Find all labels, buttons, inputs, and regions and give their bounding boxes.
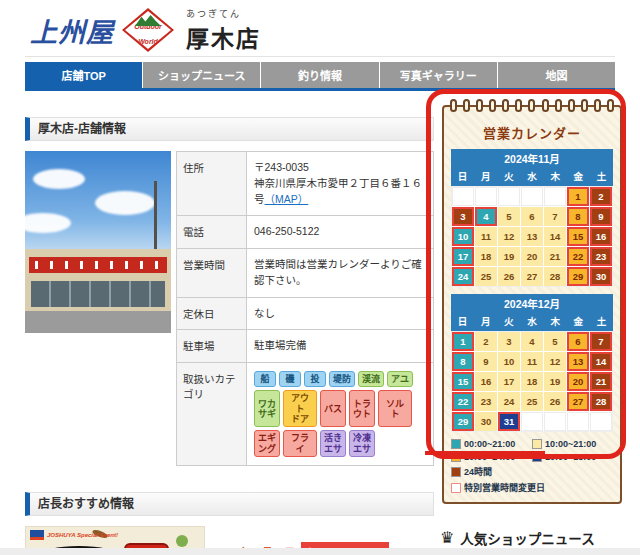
legend-swatch bbox=[451, 467, 461, 477]
calendar-day-cell: 3 bbox=[452, 207, 474, 226]
calendar-day-cell: 23 bbox=[590, 247, 612, 266]
day-of-week-header: 月 bbox=[474, 168, 497, 186]
road-shape bbox=[25, 311, 171, 333]
calendar-day-cell: 2 bbox=[475, 332, 497, 351]
left-column: 厚木店-店舗情報 住所〒243-0035神奈川県厚木市愛甲２丁目６番１６号（MA… bbox=[25, 91, 434, 555]
spiral-ring bbox=[581, 99, 588, 112]
category-tag: ワカ サギ bbox=[254, 390, 280, 427]
shop-logo[interactable]: 上州屋 bbox=[30, 11, 114, 50]
info-row-label: 住所 bbox=[177, 152, 247, 215]
cloud-shape bbox=[25, 213, 71, 233]
store-info-section-title: 厚木店-店舗情報 bbox=[25, 117, 434, 141]
store-windows-shape bbox=[31, 281, 165, 307]
calendar-day-cell: 14 bbox=[544, 227, 566, 246]
spiral-ring bbox=[542, 99, 549, 112]
badge-text-bottom: World bbox=[138, 38, 158, 45]
category-tag: トラ ウト bbox=[349, 390, 375, 427]
storefront-photo bbox=[25, 151, 171, 333]
calendar-day-cell: 29 bbox=[452, 412, 474, 431]
category-tag: 活き エサ bbox=[320, 430, 346, 457]
crown-icon: ♛ bbox=[440, 530, 454, 546]
day-of-week-header: 土 bbox=[590, 168, 613, 186]
calendar-day-cell: 7 bbox=[590, 332, 612, 351]
info-row-value: 〒243-0035神奈川県厚木市愛甲２丁目６番１６号（MAP） bbox=[247, 152, 433, 215]
calendar-day-cell: 1 bbox=[567, 187, 589, 206]
calendar-day-cell: 17 bbox=[452, 247, 474, 266]
calendar-month: 2024年11月日月火水木金土1234567891011121314151617… bbox=[451, 149, 613, 287]
calendar-day-cell: 22 bbox=[567, 247, 589, 266]
day-of-week-header: 木 bbox=[544, 168, 567, 186]
category-tag: 投 bbox=[304, 371, 326, 387]
legend-label: 10:00~18:00 bbox=[545, 452, 596, 462]
outdoor-world-badge-icon: Outdoor World bbox=[122, 8, 174, 52]
nav-tab[interactable]: 写真ギャラリー bbox=[380, 62, 497, 88]
calendar-day-cell: 4 bbox=[521, 332, 543, 351]
business-calendar-widget: 営業カレンダー 2024年11月日月火水木金土12345678910111213… bbox=[442, 105, 622, 504]
mountain-icon bbox=[135, 15, 161, 26]
calendar-day-cell: 18 bbox=[521, 372, 543, 391]
nav-tab[interactable]: 地図 bbox=[498, 62, 615, 88]
day-of-week-header: 火 bbox=[497, 313, 520, 331]
calendar-months: 2024年11月日月火水木金土1234567891011121314151617… bbox=[451, 149, 613, 432]
store-name-block: あつぎてん 厚木店 bbox=[186, 7, 261, 54]
nav-tab[interactable]: ショップニュース bbox=[143, 62, 260, 88]
map-link[interactable]: （MAP） bbox=[265, 193, 309, 205]
calendar-day-cell: 21 bbox=[590, 372, 612, 391]
legend-label: 特別営業時間変更日 bbox=[464, 481, 545, 494]
spiral-ring bbox=[463, 99, 470, 112]
info-table-row: 取扱いカテゴリ船磯投堤防渓流アユワカ サギアウト ドアバストラ ウトソルトエギ … bbox=[177, 363, 433, 466]
info-table-row: 駐車場駐車場完備 bbox=[177, 330, 433, 363]
recommend-section-title: 店長おすすめ情報 bbox=[25, 492, 434, 516]
nav-tab[interactable]: 店舗TOP bbox=[25, 62, 142, 88]
day-of-week-header: 水 bbox=[520, 168, 543, 186]
info-value-line: 046-250-5122 bbox=[254, 225, 319, 237]
calendar-day-cell: 20 bbox=[521, 247, 543, 266]
bottom-page-band bbox=[0, 548, 640, 555]
spiral-ring bbox=[568, 99, 575, 112]
info-row-value: 駐車場完備 bbox=[247, 330, 433, 362]
day-of-week-header: 金 bbox=[567, 313, 590, 331]
calendar-day-headers: 日月火水木金土 bbox=[451, 168, 613, 186]
store-building-shape bbox=[25, 249, 171, 311]
calendar-day-cell: 10 bbox=[498, 352, 520, 371]
spiral-ring bbox=[528, 99, 535, 112]
calendar-day-cell: 19 bbox=[498, 247, 520, 266]
store-info-table: 住所〒243-0035神奈川県厚木市愛甲２丁目６番１６号（MAP）電話046-2… bbox=[176, 151, 434, 466]
info-row-label: 営業時間 bbox=[177, 249, 247, 297]
day-of-week-header: 日 bbox=[451, 168, 474, 186]
nav-tab[interactable]: 釣り情報 bbox=[261, 62, 378, 88]
calendar-day-cell bbox=[544, 187, 566, 206]
red-underline-annotation bbox=[425, 451, 545, 455]
store-info-block: 住所〒243-0035神奈川県厚木市愛甲２丁目６番１６号（MAP）電話046-2… bbox=[25, 151, 434, 466]
calendar-day-cell: 15 bbox=[567, 227, 589, 246]
category-tag: 堤防 bbox=[329, 371, 355, 387]
info-row-label: 駐車場 bbox=[177, 330, 247, 362]
info-table-row: 定休日なし bbox=[177, 298, 433, 331]
calendar-day-cell: 31 bbox=[498, 412, 520, 431]
info-row-value: なし bbox=[247, 298, 433, 330]
main-content: 厚木店-店舗情報 住所〒243-0035神奈川県厚木市愛甲２丁目６番１６号（MA… bbox=[0, 91, 640, 555]
day-of-week-header: 火 bbox=[497, 168, 520, 186]
calendar-day-cell: 29 bbox=[567, 267, 589, 286]
spiral-ring bbox=[594, 99, 601, 112]
calendar-day-cell: 24 bbox=[498, 392, 520, 411]
badge-inner: Outdoor World bbox=[125, 11, 171, 49]
calendar-day-cell: 16 bbox=[475, 372, 497, 391]
calendar-day-cell: 4 bbox=[475, 207, 497, 226]
calendar-day-cell bbox=[498, 187, 520, 206]
day-of-week-header: 月 bbox=[474, 313, 497, 331]
legend-swatch bbox=[451, 483, 461, 493]
category-tag: ソルト bbox=[378, 390, 412, 427]
legend-label: 10:00~21:00 bbox=[545, 439, 596, 449]
calendar-day-cell bbox=[544, 412, 566, 431]
calendar-day-cell: 15 bbox=[452, 372, 474, 391]
category-tag: アユ bbox=[387, 371, 413, 387]
calendar-day-cell: 23 bbox=[475, 392, 497, 411]
category-tag: バス bbox=[320, 390, 346, 427]
legend-label: 24時間 bbox=[464, 465, 492, 478]
info-row-label: 取扱いカテゴリ bbox=[177, 363, 247, 465]
day-of-week-header: 木 bbox=[544, 313, 567, 331]
calendar-day-cell: 30 bbox=[590, 267, 612, 286]
calendar-day-cell: 10 bbox=[452, 227, 474, 246]
category-tag: 冷凍 エサ bbox=[349, 430, 375, 457]
